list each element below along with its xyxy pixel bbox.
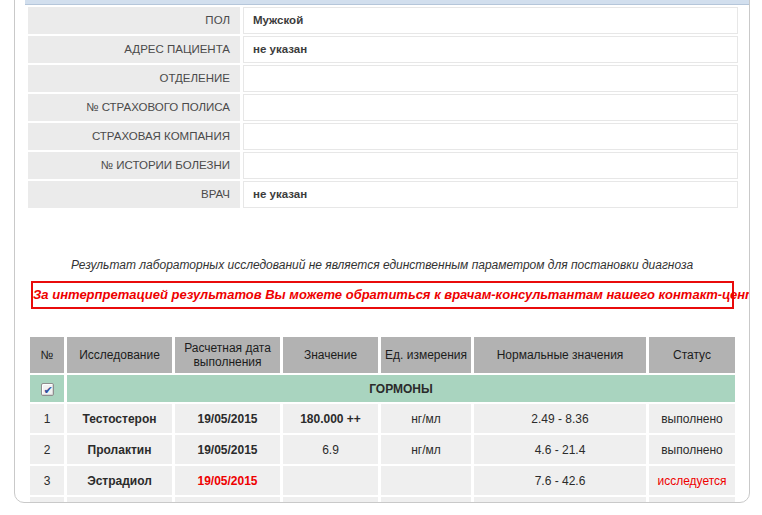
form-field-label: АДРЕС ПАЦИЕНТА	[28, 36, 240, 63]
result-cell-num: 1	[30, 404, 64, 433]
column-header: Значение	[283, 337, 378, 373]
group-checkbox[interactable]	[41, 383, 54, 396]
result-row: 3 Эстрадиол 19/05/2015 7.6 - 42.6 исслед…	[30, 466, 735, 495]
column-header: Статус	[649, 337, 735, 373]
partial-cell	[474, 497, 646, 503]
result-cell-num: 3	[30, 466, 64, 495]
partial-next-row	[30, 497, 735, 503]
result-cell-status: исследуется	[649, 466, 735, 495]
form-field-value	[243, 152, 738, 179]
form-field-value	[243, 123, 738, 150]
patient-form-row: ВРАЧ не указан	[28, 181, 738, 208]
partial-cell	[381, 497, 471, 503]
result-cell-date: 19/05/2015	[175, 435, 280, 464]
form-field-value	[243, 94, 738, 121]
partial-cell	[649, 497, 735, 503]
form-field-label: № ИСТОРИИ БОЛЕЗНИ	[28, 152, 240, 179]
form-field-value: не указан	[243, 36, 738, 63]
form-field-label: ВРАЧ	[28, 181, 240, 208]
patient-form-row: № ИСТОРИИ БОЛЕЗНИ	[28, 152, 738, 179]
form-field-label: СТРАХОВАЯ КОМПАНИЯ	[28, 123, 240, 150]
result-cell-unit: нг/мл	[381, 435, 471, 464]
group-checkbox-cell	[30, 375, 64, 402]
patient-form-row: ОТДЕЛЕНИЕ	[28, 65, 738, 92]
form-field-label: ОТДЕЛЕНИЕ	[28, 65, 240, 92]
result-cell-value: 6.9	[283, 435, 378, 464]
result-cell-unit	[381, 466, 471, 495]
result-row: 1 Тестостерон 19/05/2015 180.000 ++ нг/м…	[30, 404, 735, 433]
form-field-value: не указан	[243, 181, 738, 208]
patient-form: ПОЛ Мужской АДРЕС ПАЦИЕНТА не указан ОТД…	[28, 7, 738, 210]
patient-form-row: СТРАХОВАЯ КОМПАНИЯ	[28, 123, 738, 150]
result-cell-normal: 2.49 - 8.36	[474, 404, 646, 433]
patient-form-row: ПОЛ Мужской	[28, 7, 738, 34]
result-cell-normal: 7.6 - 42.6	[474, 466, 646, 495]
result-cell-date: 19/05/2015	[175, 404, 280, 433]
form-field-label: № СТРАХОВОГО ПОЛИСА	[28, 94, 240, 121]
patient-form-row: № СТРАХОВОГО ПОЛИСА	[28, 94, 738, 121]
result-cell-status: выполнено	[649, 435, 735, 464]
form-field-value: Мужской	[243, 7, 738, 34]
results-tbody: ГОРМОНЫ 1 Тестостерон 19/05/2015 180.000…	[30, 375, 735, 495]
result-row: 2 Пролактин 19/05/2015 6.9 нг/мл 4.6 - 2…	[30, 435, 735, 464]
group-name: ГОРМОНЫ	[67, 375, 735, 402]
form-field-label: ПОЛ	[28, 7, 240, 34]
disclaimer-note: Результат лабораторных исследований не я…	[15, 258, 749, 272]
result-cell-test: Тестостерон	[67, 404, 172, 433]
results-header-row: №ИсследованиеРасчетная дата выполненияЗн…	[30, 337, 735, 373]
column-header: Ед. измерения	[381, 337, 471, 373]
column-header: Нормальные значения	[474, 337, 646, 373]
column-header: Расчетная дата выполнения	[175, 337, 280, 373]
partial-cell	[175, 497, 280, 503]
result-cell-unit: нг/мл	[381, 404, 471, 433]
result-cell-status: выполнено	[649, 404, 735, 433]
partial-tbody	[30, 497, 735, 503]
form-field-value	[243, 65, 738, 92]
result-cell-normal: 4.6 - 21.4	[474, 435, 646, 464]
result-cell-test: Эстрадиол	[67, 466, 172, 495]
column-header: №	[30, 337, 64, 373]
partial-cell	[67, 497, 172, 503]
contact-notice: За интерпретацией результатов Вы можете …	[31, 281, 734, 309]
result-cell-date: 19/05/2015	[175, 466, 280, 495]
group-row: ГОРМОНЫ	[30, 375, 735, 402]
result-cell-test: Пролактин	[67, 435, 172, 464]
column-header: Исследование	[67, 337, 172, 373]
result-cell-num: 2	[30, 435, 64, 464]
header-bottom-strip	[25, 0, 749, 5]
result-cell-value: 180.000 ++	[283, 404, 378, 433]
patient-form-row: АДРЕС ПАЦИЕНТА не указан	[28, 36, 738, 63]
partial-cell	[30, 497, 64, 503]
result-cell-value	[283, 466, 378, 495]
results-table: №ИсследованиеРасчетная дата выполненияЗн…	[27, 335, 738, 503]
partial-cell	[283, 497, 378, 503]
lab-results-card: ПОЛ Мужской АДРЕС ПАЦИЕНТА не указан ОТД…	[14, 0, 750, 503]
